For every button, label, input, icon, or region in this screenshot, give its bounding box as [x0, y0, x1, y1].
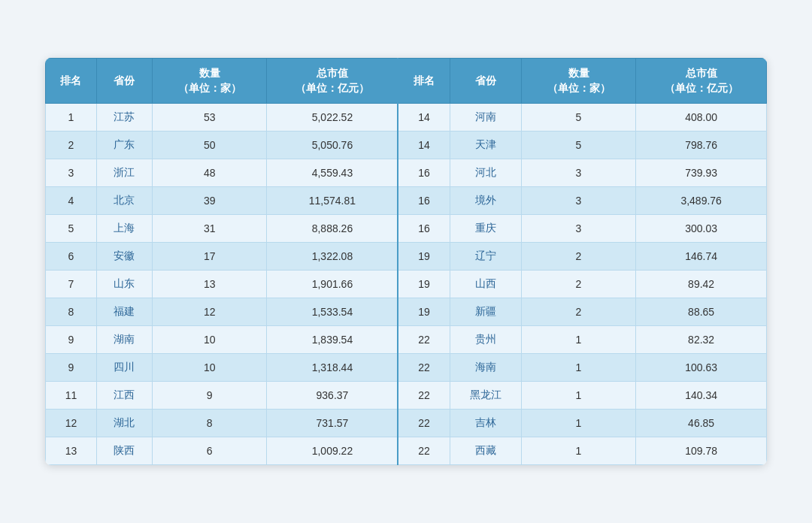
count-right: 5	[521, 132, 636, 159]
rank-left: 9	[46, 354, 97, 382]
header-count-left: 数量（单位：家）	[152, 58, 267, 103]
rank-right: 19	[398, 298, 450, 326]
count-right: 1	[521, 354, 636, 382]
count-left: 53	[152, 104, 267, 132]
count-left: 10	[152, 326, 267, 354]
province-left: 湖南	[96, 326, 152, 354]
province-right: 海南	[450, 354, 521, 382]
marketcap-left: 1,322.08	[267, 243, 398, 271]
rank-left: 5	[46, 215, 97, 243]
marketcap-right: 3,489.76	[636, 187, 767, 215]
rank-right: 14	[398, 104, 450, 132]
data-table: 排名 省份 数量（单位：家） 总市值（单位：亿元） 排名 省份 数量（单位：家）…	[45, 58, 767, 465]
rank-left: 11	[46, 382, 97, 410]
rank-right: 14	[398, 132, 450, 159]
rank-right: 16	[398, 159, 450, 187]
header-province-left: 省份	[96, 58, 152, 103]
marketcap-left: 936.37	[267, 382, 398, 410]
table-row: 1 江苏 53 5,022.52 14 河南 5 408.00	[46, 104, 767, 132]
rank-left: 13	[46, 437, 97, 465]
province-right: 天津	[450, 132, 521, 159]
marketcap-left: 11,574.81	[267, 187, 398, 215]
table-row: 6 安徽 17 1,322.08 19 辽宁 2 146.74	[46, 243, 767, 271]
count-left: 48	[152, 159, 267, 187]
rank-right: 16	[398, 215, 450, 243]
marketcap-left: 5,050.76	[267, 132, 398, 159]
province-right: 贵州	[450, 326, 521, 354]
count-right: 3	[521, 187, 636, 215]
count-right: 3	[521, 159, 636, 187]
marketcap-right: 300.03	[636, 215, 767, 243]
rank-right: 22	[398, 410, 450, 437]
table-row: 4 北京 39 11,574.81 16 境外 3 3,489.76	[46, 187, 767, 215]
count-left: 6	[152, 437, 267, 465]
rank-right: 19	[398, 243, 450, 271]
marketcap-left: 1,839.54	[267, 326, 398, 354]
marketcap-left: 8,888.26	[267, 215, 398, 243]
province-right: 新疆	[450, 298, 521, 326]
marketcap-left: 1,533.54	[267, 298, 398, 326]
rank-right: 16	[398, 187, 450, 215]
rank-left: 12	[46, 410, 97, 437]
marketcap-left: 1,009.22	[267, 437, 398, 465]
table-row: 9 湖南 10 1,839.54 22 贵州 1 82.32	[46, 326, 767, 354]
count-left: 50	[152, 132, 267, 159]
table-row: 5 上海 31 8,888.26 16 重庆 3 300.03	[46, 215, 767, 243]
count-right: 3	[521, 215, 636, 243]
count-left: 10	[152, 354, 267, 382]
rank-left: 1	[46, 104, 97, 132]
province-left: 四川	[96, 354, 152, 382]
header-marketcap-right: 总市值（单位：亿元）	[636, 58, 767, 103]
marketcap-right: 46.85	[636, 410, 767, 437]
rank-left: 9	[46, 326, 97, 354]
count-right: 1	[521, 437, 636, 465]
province-left: 江西	[96, 382, 152, 410]
rank-left: 4	[46, 187, 97, 215]
count-right: 1	[521, 326, 636, 354]
province-left: 山东	[96, 271, 152, 298]
marketcap-left: 5,022.52	[267, 104, 398, 132]
marketcap-left: 731.57	[267, 410, 398, 437]
count-left: 9	[152, 382, 267, 410]
table-row: 2 广东 50 5,050.76 14 天津 5 798.76	[46, 132, 767, 159]
province-right: 河北	[450, 159, 521, 187]
rank-left: 8	[46, 298, 97, 326]
marketcap-right: 100.63	[636, 354, 767, 382]
marketcap-left: 4,559.43	[267, 159, 398, 187]
province-right: 境外	[450, 187, 521, 215]
header-province-right: 省份	[450, 58, 521, 103]
province-left: 湖北	[96, 410, 152, 437]
rank-right: 22	[398, 437, 450, 465]
rank-right: 22	[398, 354, 450, 382]
province-right: 辽宁	[450, 243, 521, 271]
province-left: 浙江	[96, 159, 152, 187]
province-left: 陕西	[96, 437, 152, 465]
rank-left: 3	[46, 159, 97, 187]
table-row: 12 湖北 8 731.57 22 吉林 1 46.85	[46, 410, 767, 437]
marketcap-left: 1,901.66	[267, 271, 398, 298]
header-count-right: 数量（单位：家）	[521, 58, 636, 103]
header-rank-right: 排名	[398, 58, 450, 103]
province-left: 福建	[96, 298, 152, 326]
table-row: 13 陕西 6 1,009.22 22 西藏 1 109.78	[46, 437, 767, 465]
table-row: 7 山东 13 1,901.66 19 山西 2 89.42	[46, 271, 767, 298]
count-left: 13	[152, 271, 267, 298]
header-rank-left: 排名	[46, 58, 97, 103]
table-row: 9 四川 10 1,318.44 22 海南 1 100.63	[46, 354, 767, 382]
count-left: 17	[152, 243, 267, 271]
province-left: 上海	[96, 215, 152, 243]
main-table-wrapper: 排名 省份 数量（单位：家） 总市值（单位：亿元） 排名 省份 数量（单位：家）…	[45, 58, 767, 465]
table-row: 11 江西 9 936.37 22 黑龙江 1 140.34	[46, 382, 767, 410]
marketcap-right: 140.34	[636, 382, 767, 410]
marketcap-left: 1,318.44	[267, 354, 398, 382]
count-left: 8	[152, 410, 267, 437]
rank-left: 7	[46, 271, 97, 298]
rank-right: 19	[398, 271, 450, 298]
marketcap-right: 88.65	[636, 298, 767, 326]
rank-left: 2	[46, 132, 97, 159]
count-left: 12	[152, 298, 267, 326]
count-left: 31	[152, 215, 267, 243]
count-right: 2	[521, 298, 636, 326]
province-left: 安徽	[96, 243, 152, 271]
marketcap-right: 82.32	[636, 326, 767, 354]
